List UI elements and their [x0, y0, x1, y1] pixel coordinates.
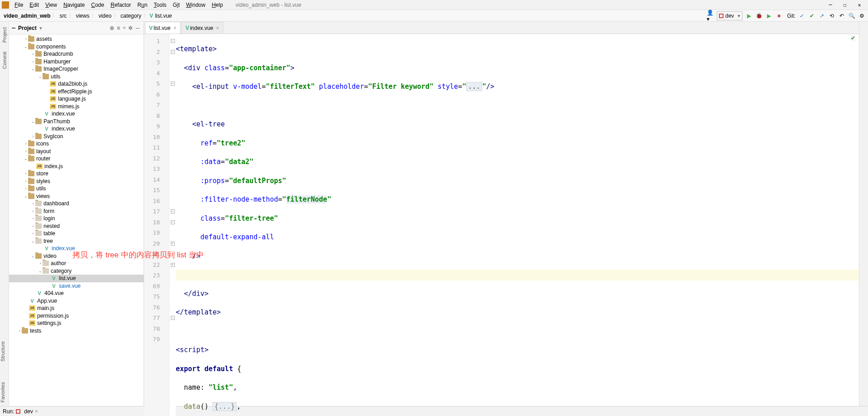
crumb-src[interactable]: src [59, 13, 67, 19]
search-icon[interactable]: 🔍 [848, 12, 855, 19]
tree-mimes[interactable]: mimes.js [58, 103, 79, 110]
fold-rail[interactable]: − − − − − + + − [169, 34, 176, 416]
menu-edit[interactable]: Edit [27, 1, 42, 9]
tree-imagecropper[interactable]: ImageCropper [43, 65, 78, 73]
select-open-file-icon[interactable]: ⊕ [110, 25, 114, 31]
menu-navigate[interactable]: Navigate [61, 1, 87, 9]
menu-window[interactable]: Window [183, 1, 208, 9]
maximize-button[interactable]: ☐ [842, 2, 848, 8]
tree-author[interactable]: author [51, 260, 66, 267]
menu-run[interactable]: Run [135, 1, 150, 9]
tree-video[interactable]: video [43, 252, 57, 260]
menu-refactor[interactable]: Refactor [108, 1, 134, 9]
window-title: video_admin_web - list.vue [227, 2, 826, 8]
side-favorites-tab[interactable]: Favorites [0, 382, 5, 402]
git-commit-icon[interactable]: ✔ [808, 12, 815, 19]
project-tree[interactable]: ›assets ⌄components ›Breadcrumb ›Hamburg… [9, 34, 144, 406]
tree-data2blob[interactable]: data2blob.js [58, 80, 87, 87]
tree-assets[interactable]: assets [36, 35, 52, 43]
tree-indexvue3[interactable]: index.vue [52, 245, 75, 252]
crumb-category[interactable]: category [121, 13, 141, 19]
inspection-ok-icon[interactable]: ✔ [851, 35, 855, 41]
tab-listvue[interactable]: V list.vue × [145, 22, 180, 34]
app-logo-icon [2, 1, 9, 9]
run-config-dropdown[interactable]: dev [717, 11, 743, 20]
tree-permission[interactable]: permission.js [37, 312, 69, 319]
project-header-label[interactable]: Project [18, 25, 37, 31]
tree-indexjs[interactable]: index.js [44, 163, 63, 170]
git-history-icon[interactable]: ⟲ [828, 12, 835, 19]
debug-button[interactable]: 🐞 [755, 12, 762, 19]
tree-tree[interactable]: tree [43, 237, 53, 245]
settings-gear-icon[interactable]: ✲ [128, 25, 133, 31]
git-rollback-icon[interactable]: ↶ [838, 12, 845, 19]
expand-all-icon[interactable]: ≡ [117, 25, 120, 31]
run-button[interactable]: ▶ [745, 12, 752, 19]
tree-effectripple[interactable]: effectRipple.js [58, 88, 92, 95]
tree-router[interactable]: router [36, 155, 50, 162]
tab-label: list.vue [154, 25, 170, 31]
git-update-icon[interactable]: ✓ [798, 12, 805, 19]
tree-hamburger[interactable]: Hamburger [43, 58, 71, 65]
git-push-icon[interactable]: ↗ [818, 12, 825, 19]
menu-code[interactable]: Code [88, 1, 107, 9]
menu-git[interactable]: Git [170, 1, 182, 9]
line-number-gutter: 1234567891011121314151617181920212223697… [144, 34, 169, 416]
tree-category[interactable]: category [51, 267, 72, 275]
tree-views[interactable]: views [36, 193, 50, 200]
side-commit-tab[interactable]: Commit [2, 52, 7, 69]
tree-tests[interactable]: tests [30, 327, 41, 334]
tree-appvue[interactable]: App.vue [37, 297, 57, 305]
crumb-root[interactable]: video_admin_web [4, 13, 50, 19]
tree-icons[interactable]: icons [36, 140, 49, 147]
tree-404vue[interactable]: 404.vue [44, 290, 64, 297]
crumb-video[interactable]: video [98, 13, 111, 19]
stop-button[interactable]: ■ [775, 12, 782, 19]
tree-store[interactable]: store [36, 170, 48, 177]
crumb-views[interactable]: views [76, 13, 89, 19]
tree-indexvue1[interactable]: index.vue [52, 110, 75, 117]
tab-indexvue[interactable]: V index.vue × [181, 22, 223, 34]
coverage-button[interactable]: ▶ [765, 12, 772, 19]
tree-nested[interactable]: nested [43, 223, 60, 230]
menu-file[interactable]: File [12, 1, 26, 9]
user-icon[interactable]: 👤▾ [707, 12, 714, 19]
settings-icon[interactable]: ⚙ [858, 12, 865, 19]
vue-icon: V [149, 25, 153, 31]
tree-dashboard[interactable]: dashboard [43, 200, 69, 207]
tree-utils[interactable]: utils [51, 73, 60, 80]
tree-settings[interactable]: settings.js [37, 319, 61, 327]
tree-styles[interactable]: styles [36, 178, 50, 185]
tree-listvue[interactable]: list.vue [59, 275, 76, 282]
tree-login[interactable]: login [43, 215, 55, 222]
run-tool-tab[interactable]: Run: dev × [3, 408, 38, 415]
tree-form[interactable]: form [43, 208, 54, 215]
tree-mainjs[interactable]: main.js [37, 305, 54, 312]
tree-language[interactable]: language.js [58, 95, 86, 102]
hide-panel-icon[interactable]: ─ [135, 25, 140, 31]
menu-tools[interactable]: Tools [151, 1, 169, 9]
collapse-all-icon[interactable]: ÷ [123, 25, 126, 31]
menu-help[interactable]: Help [209, 1, 226, 9]
code-editor[interactable]: <template> <div class="app-container"> <… [176, 34, 859, 416]
tree-breadcrumb[interactable]: Breadcrumb [43, 50, 73, 58]
close-tab-icon[interactable]: × [216, 25, 219, 31]
tree-savevue[interactable]: save.vue [59, 282, 81, 290]
npm-icon [719, 14, 723, 18]
side-project-tab[interactable]: Project [2, 27, 7, 43]
tree-table[interactable]: table [43, 230, 55, 237]
crumb-file[interactable]: list.vue [155, 13, 172, 19]
close-button[interactable]: ✕ [856, 2, 863, 8]
tree-panthumb[interactable]: PanThumb [43, 118, 70, 125]
side-structure-tab[interactable]: Structure [0, 341, 5, 362]
tree-layout[interactable]: layout [36, 148, 51, 155]
tree-utils2[interactable]: utils [36, 185, 46, 192]
close-tab-icon[interactable]: × [173, 25, 176, 31]
tree-indexvue2[interactable]: index.vue [52, 125, 75, 132]
menu-view[interactable]: View [43, 1, 60, 9]
tree-components[interactable]: components [36, 43, 66, 50]
git-label: Git: [787, 13, 796, 19]
npm-icon [16, 409, 20, 414]
minimize-button[interactable]: ─ [827, 2, 834, 8]
tree-svgicon[interactable]: SvgIcon [43, 133, 63, 140]
